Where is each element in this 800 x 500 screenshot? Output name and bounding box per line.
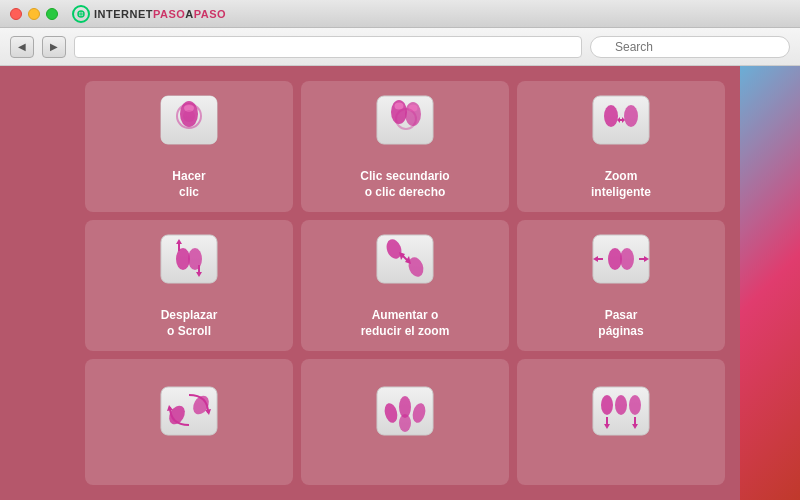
logo-text: INTERNETPASOAPASO — [94, 8, 226, 20]
gesture-icon-spread — [365, 382, 445, 452]
gesture-card-pasar-paginas[interactable]: Pasarpáginas — [517, 220, 725, 351]
svg-rect-9 — [377, 96, 433, 144]
gesture-card-swipe-down[interactable] — [517, 359, 725, 485]
gesture-label-clic-secundario: Clic secundarioo clic derecho — [360, 169, 449, 200]
search-input[interactable] — [590, 36, 790, 58]
svg-point-11 — [395, 103, 404, 110]
gesture-grid: Hacerclic — [70, 66, 740, 500]
svg-point-52 — [601, 395, 613, 415]
right-sidebar — [740, 66, 800, 500]
gesture-card-desplazar-scroll[interactable]: Desplazaro Scroll — [85, 220, 293, 351]
titlebar: INTERNETPASOAPASO — [0, 0, 800, 28]
gesture-icon-rotate — [149, 382, 229, 452]
gesture-label-pasar-paginas: Pasarpáginas — [598, 308, 643, 339]
svg-point-53 — [615, 395, 627, 415]
svg-point-35 — [608, 248, 622, 270]
svg-point-8 — [183, 110, 195, 122]
gesture-label-aumentar-zoom: Aumentar oreducir el zoom — [361, 308, 450, 339]
svg-point-36 — [620, 248, 634, 270]
forward-button[interactable]: ▶ — [42, 36, 66, 58]
gesture-card-spread[interactable] — [301, 359, 509, 485]
content-wrapper: Hacerclic — [0, 66, 800, 500]
search-wrap: 🔍 — [590, 36, 790, 58]
back-button[interactable]: ◀ — [10, 36, 34, 58]
gesture-card-aumentar-zoom[interactable]: Aumentar oreducir el zoom — [301, 220, 509, 351]
gesture-icon-aumentar-zoom — [365, 230, 445, 300]
gesture-label-desplazar-scroll: Desplazaro Scroll — [161, 308, 218, 339]
gesture-card-rotate[interactable] — [85, 359, 293, 485]
svg-point-16 — [604, 105, 618, 127]
svg-point-54 — [629, 395, 641, 415]
svg-point-50 — [399, 414, 411, 432]
maximize-button[interactable] — [46, 8, 58, 20]
gesture-label-zoom-inteligente: Zoominteligente — [591, 169, 651, 200]
logo: INTERNETPASOAPASO — [72, 5, 226, 23]
gesture-icon-desplazar-scroll — [149, 230, 229, 300]
gesture-icon-hacer-clic — [149, 91, 229, 161]
address-bar[interactable] — [74, 36, 582, 58]
gesture-card-clic-secundario[interactable]: Clic secundarioo clic derecho — [301, 81, 509, 212]
close-button[interactable] — [10, 8, 22, 20]
gesture-icon-pasar-paginas — [581, 230, 661, 300]
minimize-button[interactable] — [28, 8, 40, 20]
gesture-card-zoom-inteligente[interactable]: Zoominteligente — [517, 81, 725, 212]
gesture-icon-zoom-inteligente — [581, 91, 661, 161]
gesture-card-hacer-clic[interactable]: Hacerclic — [85, 81, 293, 212]
gesture-icon-clic-secundario — [365, 91, 445, 161]
gesture-icon-swipe-down — [581, 382, 661, 452]
logo-icon — [72, 5, 90, 23]
toolbar: ◀ ▶ 🔍 — [0, 28, 800, 66]
left-sidebar — [0, 66, 70, 500]
gesture-label-hacer-clic: Hacerclic — [172, 169, 205, 200]
svg-point-22 — [176, 248, 190, 270]
svg-point-17 — [624, 105, 638, 127]
